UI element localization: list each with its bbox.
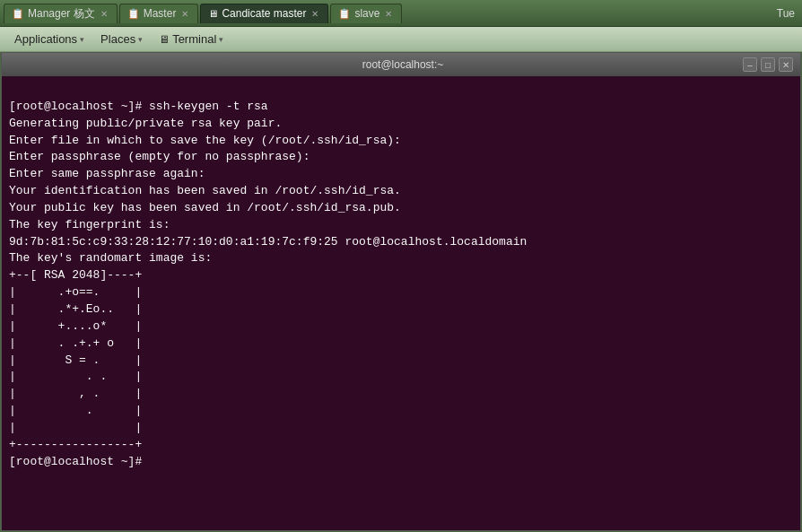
menu-applications-arrow: ▾	[80, 35, 84, 44]
tab-master-icon: 📋	[127, 8, 140, 20]
terminal-titlebar: root@localhost:~ – □ ✕	[2, 53, 800, 76]
menu-applications[interactable]: Applications ▾	[7, 30, 92, 49]
tab-candidate-icon: 🖥	[208, 8, 218, 19]
terminal-body[interactable]: [root@localhost ~]# ssh-keygen -t rsa Ge…	[2, 76, 800, 530]
tab-master[interactable]: 📋 Master ✕	[119, 4, 199, 23]
terminal-window: root@localhost:~ – □ ✕ [root@localhost ~…	[1, 52, 801, 531]
menu-places-label: Places	[100, 32, 135, 46]
menu-terminal-arrow: ▾	[219, 35, 223, 44]
tab-candidate-label: Candicate master	[222, 7, 306, 20]
menubar: Applications ▾ Places ▾ 🖥 Terminal ▾	[0, 27, 802, 52]
taskbar-time: Tue	[777, 7, 798, 20]
tab-candidate-close[interactable]: ✕	[309, 8, 320, 19]
tab-slave-close[interactable]: ✕	[383, 8, 394, 19]
tab-slave-label: slave	[354, 7, 379, 20]
menu-places[interactable]: Places ▾	[93, 30, 150, 49]
menu-applications-label: Applications	[14, 32, 77, 46]
tab-slave[interactable]: 📋 slave ✕	[330, 4, 402, 23]
window-controls: – □ ✕	[743, 57, 793, 72]
menu-terminal[interactable]: 🖥 Terminal ▾	[152, 30, 231, 49]
terminal-menu-icon: 🖥	[159, 33, 170, 46]
taskbar-tabs: 📋 Manager 杨文 ✕ 📋 Master ✕ 🖥 Candicate ma…	[4, 4, 777, 23]
terminal-output: [root@localhost ~]# ssh-keygen -t rsa Ge…	[9, 100, 527, 468]
tab-manager-icon: 📋	[12, 8, 24, 20]
tab-slave-icon: 📋	[338, 8, 351, 20]
tab-master-close[interactable]: ✕	[179, 8, 190, 19]
close-button[interactable]: ✕	[779, 57, 793, 72]
minimize-button[interactable]: –	[743, 57, 757, 72]
menu-places-arrow: ▾	[138, 35, 143, 44]
taskbar: 📋 Manager 杨文 ✕ 📋 Master ✕ 🖥 Candicate ma…	[0, 0, 802, 27]
maximize-button[interactable]: □	[761, 57, 775, 72]
tab-manager-label: Manager 杨文	[28, 6, 95, 22]
tab-master-label: Master	[144, 7, 177, 20]
tab-candidate[interactable]: 🖥 Candicate master ✕	[200, 4, 328, 23]
tab-manager-close[interactable]: ✕	[99, 8, 109, 19]
menu-terminal-label: Terminal	[172, 32, 216, 46]
terminal-title: root@localhost:~	[63, 58, 743, 71]
tab-manager[interactable]: 📋 Manager 杨文 ✕	[4, 4, 118, 23]
